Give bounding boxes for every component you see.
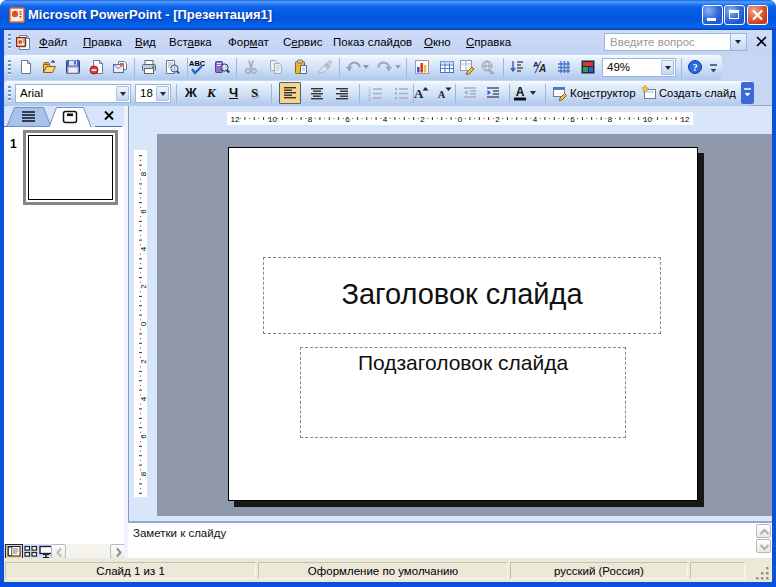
svg-text:12: 12 bbox=[231, 115, 240, 124]
svg-text:3: 3 bbox=[368, 96, 371, 101]
svg-text:A: A bbox=[516, 85, 525, 99]
svg-text:A: A bbox=[414, 86, 424, 101]
svg-text:A: A bbox=[438, 89, 446, 100]
svg-text:4: 4 bbox=[139, 396, 147, 401]
svg-text:8: 8 bbox=[139, 471, 147, 476]
svg-text:0: 0 bbox=[139, 321, 147, 326]
svg-text:8: 8 bbox=[608, 115, 613, 124]
svg-text:10: 10 bbox=[643, 115, 652, 124]
svg-text:8: 8 bbox=[308, 115, 313, 124]
svg-text:4: 4 bbox=[139, 246, 147, 251]
svg-text:2: 2 bbox=[420, 115, 425, 124]
svg-text:4: 4 bbox=[533, 115, 538, 124]
svg-text:2: 2 bbox=[495, 115, 500, 124]
svg-text:A: A bbox=[538, 63, 546, 74]
svg-text:8: 8 bbox=[139, 171, 147, 176]
svg-text:12: 12 bbox=[681, 115, 690, 124]
svg-text:?: ? bbox=[692, 62, 697, 73]
svg-text:6: 6 bbox=[139, 434, 147, 439]
svg-text:6: 6 bbox=[139, 209, 147, 214]
svg-text:2: 2 bbox=[139, 284, 147, 289]
svg-text:10: 10 bbox=[268, 115, 277, 124]
svg-text:6: 6 bbox=[570, 115, 575, 124]
svg-text:6: 6 bbox=[345, 115, 350, 124]
svg-text:2: 2 bbox=[139, 359, 147, 364]
svg-text:0: 0 bbox=[458, 115, 463, 124]
svg-text:4: 4 bbox=[383, 115, 388, 124]
